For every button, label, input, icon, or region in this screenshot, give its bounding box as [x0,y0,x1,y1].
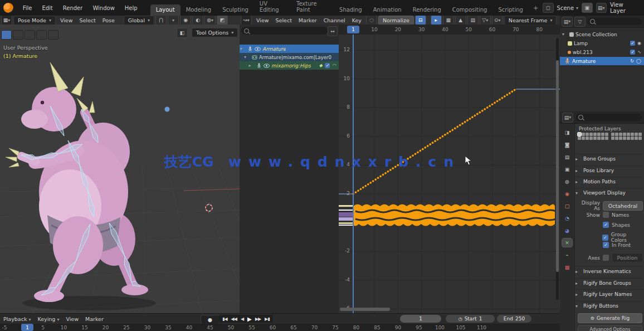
vertical-scrollbar[interactable] [556,38,559,300]
object-data-tab-icon[interactable]: ✕ [562,238,572,247]
blender-logo-icon[interactable] [3,3,13,13]
topbar-menu[interactable]: File [18,5,37,11]
render-toggle-icon[interactable]: ◉ [637,41,641,46]
timeline-ruler[interactable]: 1 -5510152025303540455055606570758085909… [0,324,560,331]
auto-keying-button[interactable]: ● [201,315,219,324]
layer-cell[interactable] [601,137,604,140]
armature-layers-grid[interactable] [578,133,642,140]
object-tab-icon[interactable]: ▢ [562,202,572,210]
axes-checkbox[interactable] [603,255,609,261]
layer-cell[interactable] [623,133,626,136]
outliner-display-mode-icon[interactable]: ▤▾ [562,17,573,27]
editor-type-icon[interactable]: ▦▾ [1,16,12,25]
axes-position-slider[interactable]: Position [612,253,643,262]
unlock-icon[interactable]: ◠ [332,63,336,68]
channel-row-armature[interactable]: ▾ Armature [240,45,339,53]
add-workspace-button[interactable]: + [529,2,543,14]
workspace-tab-scripting[interactable]: Scripting [492,4,528,16]
layer-cell[interactable] [635,133,638,136]
world-tab-icon[interactable]: ◉ [562,189,572,198]
layer-cell[interactable] [586,137,589,140]
graph-menu[interactable]: Key [349,17,365,23]
graph-menu[interactable]: Select [272,17,295,23]
graph-editor-type-icon[interactable]: ↝▾ [241,16,252,25]
viewlayer-selector[interactable]: View Layer [610,2,640,14]
invert-filter-icon[interactable]: ↔ [328,26,338,36]
only-selected-icon[interactable]: ▸ [431,16,442,25]
disclosure-icon[interactable]: ▸ [248,63,254,68]
select-box-tool-icon[interactable] [13,30,23,40]
ghost-curves-icon[interactable]: ◌ [366,16,377,25]
panel-motion-paths[interactable]: ▸Motion Paths [575,177,643,184]
layer-cell[interactable] [623,137,626,140]
topbar-menu[interactable]: Edit [37,5,57,11]
current-frame-field[interactable]: 1 [400,315,441,323]
physics-tab-icon[interactable]: ◕ [562,226,572,235]
layer-cell[interactable] [589,133,593,136]
topbar-menu[interactable]: Window [87,5,119,11]
layer-cell[interactable] [589,137,593,140]
horizontal-scrollbar[interactable] [340,308,390,311]
overlays-icon[interactable]: ◐ [192,16,203,25]
layer-cell[interactable] [631,133,634,136]
outliner-search-input[interactable] [587,18,642,25]
link-icon[interactable]: ∿ [637,50,641,55]
jump-to-next-keyframe-button[interactable]: ▶▶ [253,317,262,322]
layer-cell[interactable] [605,137,608,140]
graph-menu[interactable]: Channel [320,17,349,23]
viewport-menu[interactable]: Select [76,17,99,23]
render-preview-icon[interactable]: ◩ [217,16,228,25]
snap-dropdown[interactable]: Nearest Frame▾ [504,16,557,25]
layer-cell[interactable] [593,133,597,136]
display-as-dropdown[interactable]: Octahedral [603,201,643,211]
move-tool-icon[interactable] [36,30,47,40]
outliner-row-scene-collection[interactable]: ▾ Scene Collection [560,30,644,38]
channel-search-input[interactable] [241,27,328,35]
cursor-tool-icon[interactable] [25,30,35,40]
visibility-checkbox[interactable]: ✓ [630,41,635,46]
layer-cell[interactable] [635,137,638,140]
show-hidden-icon[interactable]: ▦ [443,16,454,25]
rig-control-sphere[interactable] [165,107,170,112]
workspace-tab-texture-paint[interactable]: Texture Paint [291,0,334,16]
layer-cell[interactable] [638,133,642,136]
layer-cell[interactable] [582,133,585,136]
normalize-button[interactable]: Normalize [378,16,414,25]
in-front-checkbox[interactable]: ✓ [603,242,609,248]
panel-viewport-display[interactable]: ▾Viewport Display [575,188,643,196]
viewport-menu[interactable]: View [57,17,76,23]
workspace-tab-layout[interactable]: Layout [150,4,180,16]
snap-settings-icon[interactable]: ▾ [168,16,179,25]
playback-menu[interactable]: Playback ▾ [0,316,34,322]
workspace-tab-rendering[interactable]: Rendering [407,4,447,16]
disclosure-icon[interactable]: ▾ [240,46,245,51]
jump-to-start-button[interactable]: ▮◀ [221,317,229,322]
orientation-dropdown[interactable]: Global▾ [124,16,154,25]
channel-row-group[interactable]: ▸ mixamorig:Hips ◆ ✓ ◠ [240,61,339,70]
play-button[interactable]: ▶ [246,316,253,322]
outliner-filter-icon[interactable]: ▽ [574,17,586,27]
show-sliders-icon[interactable]: ▤ [467,16,479,25]
layers-icon[interactable]: ▤▾ [596,3,607,13]
panel-pose-library[interactable]: ▸Pose Library [575,166,643,173]
topbar-menu[interactable]: Help [120,5,143,11]
tool-options-dropdown[interactable]: Tool Options▾ [192,28,238,37]
layer-cell[interactable] [615,133,618,136]
layer-cell[interactable] [638,137,642,140]
panel-inverse-kinematics[interactable]: ▸Inverse Kinematics [575,266,643,274]
layer-cell[interactable] [582,137,585,140]
show-errors-icon[interactable]: ▲ [455,16,466,25]
layer-cell[interactable] [597,137,601,140]
jump-to-prev-keyframe-button[interactable]: ◀◀ [230,317,238,322]
layer-cell[interactable] [605,133,608,136]
sync-icon[interactable]: ↻ [630,59,634,64]
outliner-row-mesh[interactable]: wbl.213 ✓∿ [560,48,644,56]
layer-cell[interactable] [611,133,614,136]
viewlayer-tab-icon[interactable]: ▣ [562,165,572,173]
visibility-eye-icon[interactable] [255,46,261,52]
graph-menu[interactable]: Marker [295,17,320,23]
frame-start-field[interactable]: ◷ Start1 [446,315,495,323]
panel-rigify-layer-names[interactable]: ▸Rigify Layer Names [575,289,643,297]
layer-cell[interactable] [619,137,622,140]
snap-magnet-icon[interactable]: ⋂ [155,16,167,25]
